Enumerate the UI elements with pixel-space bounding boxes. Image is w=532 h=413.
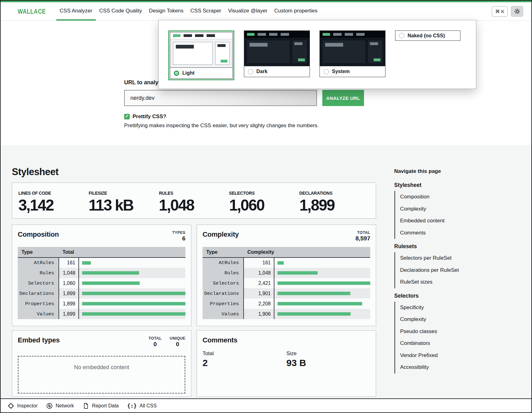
table-row: Selectors1,060: [18, 278, 185, 288]
toc-group-rulesets[interactable]: Rulesets: [394, 243, 467, 250]
theme-preview-main-panel: [323, 40, 365, 63]
theme-preview-navbar: [320, 31, 385, 38]
toc-item-combinators[interactable]: Combinators: [400, 337, 467, 350]
row-type: Properties: [18, 299, 59, 309]
toc-item-selectors-per-ruleset[interactable]: Selectors per RuleSet: [400, 252, 467, 264]
content-bar: [250, 43, 268, 47]
nav-item-css-code-quality[interactable]: CSS Code Quality: [96, 2, 146, 21]
table-row: Properties1,899: [18, 299, 185, 309]
theme-option-label: System: [332, 69, 350, 74]
column-header-bar: [274, 247, 370, 258]
stat-label: SELECTORS: [229, 190, 294, 196]
bottom-bar-label: Network: [56, 403, 74, 409]
nav-item-design-tokens[interactable]: Design Tokens: [146, 2, 187, 21]
bottom-bar-network[interactable]: Network: [46, 402, 74, 409]
value-bar: [278, 292, 350, 295]
stat-selectors: SELECTORS1,060: [229, 190, 299, 218]
theme-option-naked-no-css[interactable]: Naked (no CSS): [395, 30, 460, 41]
toc-item-declarations-per-ruleset[interactable]: Declarations per RuleSet: [400, 264, 467, 276]
url-input[interactable]: [124, 90, 317, 106]
theme-option-system[interactable]: System: [320, 30, 385, 77]
network-icon: [46, 402, 53, 409]
prettify-note: Prettifying makes inspecting the CSS eas…: [124, 123, 364, 129]
nav-item-css-analyzer[interactable]: CSS Analyzer: [56, 2, 96, 21]
complexity-table: TypeComplexityAtRules161Rules1,048Select…: [203, 247, 370, 319]
nav-item-visualize-layer[interactable]: Visualize @layer: [225, 2, 271, 21]
value-bar: [82, 261, 91, 265]
value-bar: [278, 312, 350, 316]
value-bar: [82, 302, 185, 305]
toc-item-complexity[interactable]: Complexity: [400, 313, 467, 326]
table-row: Declarations1,899: [18, 288, 185, 299]
toc-item-ruleset-sizes[interactable]: RuleSet sizes: [400, 276, 467, 288]
theme-preview-body: [170, 39, 232, 67]
radio-icon[interactable]: [248, 69, 253, 74]
toc-group-stylesheet[interactable]: Stylesheet: [394, 182, 467, 188]
radio-icon[interactable]: [399, 33, 404, 38]
row-type: Declarations: [18, 288, 59, 299]
stat-value: 113 kB: [89, 196, 159, 214]
table-row: Values1,899: [18, 309, 185, 319]
embed-unique-label: UNIQUE: [170, 336, 185, 341]
nav-item-custom-properties[interactable]: Custom properties: [271, 2, 321, 21]
toc-item-embedded-content[interactable]: Embedded content: [400, 215, 467, 227]
bottom-bar-inspector[interactable]: Inspector: [7, 402, 38, 409]
prettify-checkbox[interactable]: [124, 114, 130, 119]
value-bar: [82, 292, 185, 295]
table-row: Declarations1,901: [203, 288, 370, 299]
table-row: Rules1,048: [203, 268, 370, 278]
nav-block: [281, 33, 289, 36]
toc-item-composition[interactable]: Composition: [400, 191, 467, 203]
row-type: Values: [203, 309, 244, 319]
table-row: AtRules161: [203, 258, 370, 268]
theme-option-label-row: System: [320, 66, 385, 77]
bottom-bar-report-data[interactable]: Report Data: [82, 402, 119, 409]
accent-bar: [221, 60, 227, 63]
composition-meta-value: 6: [172, 235, 186, 242]
table-row: Values1,906: [203, 309, 370, 319]
theme-option-dark[interactable]: Dark: [244, 30, 310, 77]
toc-item-accessibility[interactable]: Accessibility: [400, 361, 467, 374]
nav-block: [195, 34, 203, 37]
theme-preview-body: [244, 38, 310, 66]
analyze-url-button[interactable]: ANALYZE URL: [322, 90, 364, 106]
row-bar-cell: [274, 309, 370, 319]
accent-block: [173, 34, 180, 37]
wallace-logo[interactable]: WALLACE: [18, 7, 46, 16]
toc-item-specificity[interactable]: Specificity: [400, 302, 467, 314]
theme-option-label: Naked (no CSS): [408, 33, 445, 39]
toc-item-comments[interactable]: Comments: [400, 227, 467, 239]
accent-block: [247, 33, 254, 36]
row-bar-cell: [79, 258, 185, 268]
nav-item-css-scraper[interactable]: CSS Scraper: [187, 2, 225, 21]
embed-types-card: Embed types TOTAL 0 UNIQUE 0 No embedded…: [12, 330, 191, 397]
embed-total-label: TOTAL: [149, 336, 162, 341]
bottom-bar-all-css[interactable]: {:}All CSS: [127, 403, 157, 409]
stat-value: 3,142: [18, 196, 89, 214]
embed-types-title: Embed types: [18, 336, 60, 344]
row-value: 1,899: [59, 299, 79, 309]
theme-option-light[interactable]: Light: [168, 30, 234, 80]
toc-group-selectors[interactable]: Selectors: [394, 293, 467, 299]
toc-item-vendor-prefixed[interactable]: Vendor Prefixed: [400, 350, 467, 362]
content-bar: [325, 43, 343, 47]
row-value: 1,899: [59, 309, 79, 319]
command-palette-button[interactable]: ⌘ K: [492, 6, 508, 17]
content-bar: [294, 42, 302, 45]
toc-title: Navigate this page: [394, 168, 467, 174]
toc-item-pseudo-classes[interactable]: Pseudo classes: [400, 326, 467, 338]
nav-block: [207, 34, 215, 37]
radio-icon[interactable]: [174, 71, 179, 76]
theme-preview-navbar: [170, 32, 232, 39]
toc-item-complexity[interactable]: Complexity: [400, 203, 467, 215]
comments-card: Comments Total 2 Size 93 B: [197, 330, 376, 397]
radio-icon[interactable]: [324, 69, 329, 74]
accent-bar: [374, 58, 380, 61]
theme-preview-side-panel: [368, 40, 382, 63]
complexity-card: Complexity TOTAL 8,597 TypeComplexityAtR…: [197, 225, 376, 326]
value-bar: [278, 261, 284, 265]
complexity-meta-value: 8,597: [355, 235, 370, 242]
theme-toggle-button[interactable]: [511, 6, 523, 17]
page-toc: Navigate this page StylesheetComposition…: [394, 168, 467, 374]
content-bar: [176, 45, 194, 49]
